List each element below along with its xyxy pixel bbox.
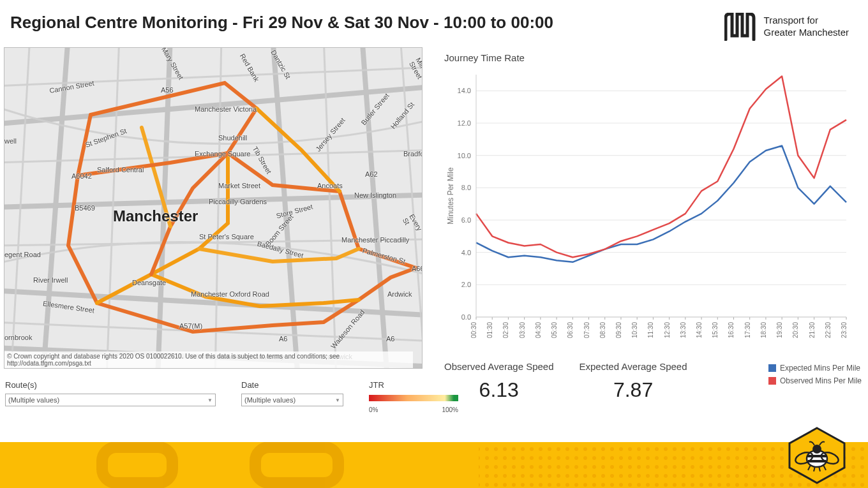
page-title: Regional Centre Monitoring - Fri 29 Nov … xyxy=(10,13,553,33)
line-chart[interactable]: 0.02.04.06.08.010.012.014.000:3001:3002:… xyxy=(444,68,853,352)
map-label: Shudehill xyxy=(218,134,247,142)
svg-text:22:30: 22:30 xyxy=(825,322,832,338)
map-label: Salford Central xyxy=(97,166,144,174)
svg-text:09:30: 09:30 xyxy=(615,322,622,338)
routes-value: (Multiple values) xyxy=(8,396,59,404)
bee-icon xyxy=(785,427,849,484)
chart-title: Journey Time Rate xyxy=(444,52,862,63)
svg-text:13:30: 13:30 xyxy=(680,322,687,338)
svg-text:20:30: 20:30 xyxy=(792,322,799,338)
svg-text:14.0: 14.0 xyxy=(458,87,471,94)
map-label: Ancoats xyxy=(317,182,343,189)
observed-speed-value: 6.13 xyxy=(444,378,554,402)
svg-text:14:30: 14:30 xyxy=(696,322,703,338)
map-label: Exchange Square xyxy=(195,150,250,158)
map-label: River Irwell xyxy=(33,276,68,284)
svg-text:17:30: 17:30 xyxy=(744,322,751,338)
routes-dropdown[interactable]: (Multiple values) ▼ xyxy=(5,394,216,406)
footer-band xyxy=(0,436,868,488)
svg-text:08:30: 08:30 xyxy=(599,322,606,338)
svg-text:01:30: 01:30 xyxy=(486,322,493,338)
svg-text:18:30: 18:30 xyxy=(760,322,767,338)
map-label: Piccadilly Gardens xyxy=(209,198,267,205)
map-label: Manchester Victoria xyxy=(195,105,257,113)
map-label: Bradfor xyxy=(403,150,423,158)
map-label: A56 xyxy=(161,86,174,94)
svg-text:16:30: 16:30 xyxy=(728,322,735,338)
svg-text:8.0: 8.0 xyxy=(461,184,471,191)
expected-speed-value: 7.87 xyxy=(580,378,687,402)
map-label: ornbrook xyxy=(4,334,32,341)
caret-down-icon: ▼ xyxy=(207,397,213,403)
observed-speed-label: Observed Average Speed xyxy=(444,361,554,372)
tfgm-logo: Transport for Greater Manchester xyxy=(724,13,849,41)
legend-swatch-observed xyxy=(768,377,776,385)
svg-text:11:30: 11:30 xyxy=(647,322,654,338)
caret-down-icon: ▼ xyxy=(335,397,340,403)
svg-text:10:30: 10:30 xyxy=(631,322,638,338)
svg-text:23:30: 23:30 xyxy=(841,322,848,338)
map-label: A62 xyxy=(365,170,378,178)
date-dropdown[interactable]: (Multiple values) ▼ xyxy=(241,394,343,406)
svg-text:02:30: 02:30 xyxy=(502,322,509,338)
legend-swatch-expected xyxy=(768,364,776,372)
svg-rect-76 xyxy=(807,455,827,457)
map-label: well xyxy=(4,137,17,145)
map-label: egent Road xyxy=(4,251,41,258)
date-value: (Multiple values) xyxy=(244,396,296,404)
svg-text:00:30: 00:30 xyxy=(470,322,477,338)
map-label: Manchester Oxford Road xyxy=(191,290,269,298)
map-copyright: © Crown copyright and database rights 20… xyxy=(4,351,413,368)
svg-text:19:30: 19:30 xyxy=(776,322,783,338)
jtr-min: 0% xyxy=(369,406,378,413)
map-label: B5469 xyxy=(75,204,95,212)
svg-text:4.0: 4.0 xyxy=(461,249,471,256)
logo-line2: Greater Manchester xyxy=(764,27,849,39)
svg-text:06:30: 06:30 xyxy=(567,322,574,338)
map-label: A57(M) xyxy=(179,322,202,330)
svg-text:12.0: 12.0 xyxy=(458,119,471,127)
svg-text:10.0: 10.0 xyxy=(458,152,471,159)
svg-text:6.0: 6.0 xyxy=(461,216,471,224)
map-label: Manchester Piccadilly xyxy=(341,236,409,244)
legend-expected: Expected Mins Per Mile xyxy=(780,364,860,373)
svg-text:2.0: 2.0 xyxy=(461,281,471,288)
svg-text:21:30: 21:30 xyxy=(809,322,816,338)
chart-legend: Expected Mins Per Mile Observed Mins Per… xyxy=(768,364,862,385)
routes-label: Route(s) xyxy=(5,380,216,390)
svg-text:04:30: 04:30 xyxy=(535,322,542,338)
svg-point-78 xyxy=(812,445,821,454)
map-label: A6042 xyxy=(71,172,92,180)
map-label: Deansgate xyxy=(132,279,166,286)
svg-text:12:30: 12:30 xyxy=(664,322,671,338)
map-label: Ardwick xyxy=(387,290,412,298)
logo-icon xyxy=(724,13,758,41)
map-label-manchester: Manchester xyxy=(113,207,198,225)
logo-line1: Transport for xyxy=(764,15,849,27)
map-label: St Peter's Square xyxy=(199,233,254,240)
map-label: A6 xyxy=(279,335,287,343)
svg-text:03:30: 03:30 xyxy=(519,322,526,338)
map-label: New Islington xyxy=(354,191,396,199)
svg-text:07:30: 07:30 xyxy=(583,322,590,338)
route-map[interactable]: Manchester Manchester Victoria Shudehill… xyxy=(4,47,423,369)
svg-text:Minutes Per Mile: Minutes Per Mile xyxy=(446,167,455,225)
date-label: Date xyxy=(241,380,343,390)
expected-speed-label: Expected Average Speed xyxy=(580,361,687,372)
svg-text:15:30: 15:30 xyxy=(712,322,719,338)
map-label: A6 xyxy=(386,335,394,343)
map-label: Market Street xyxy=(218,182,260,189)
svg-text:0.0: 0.0 xyxy=(461,313,471,321)
svg-text:05:30: 05:30 xyxy=(551,322,558,338)
svg-rect-73 xyxy=(0,436,868,442)
legend-observed: Observed Mins Per Mile xyxy=(780,376,862,385)
map-label: A665 xyxy=(412,265,423,272)
